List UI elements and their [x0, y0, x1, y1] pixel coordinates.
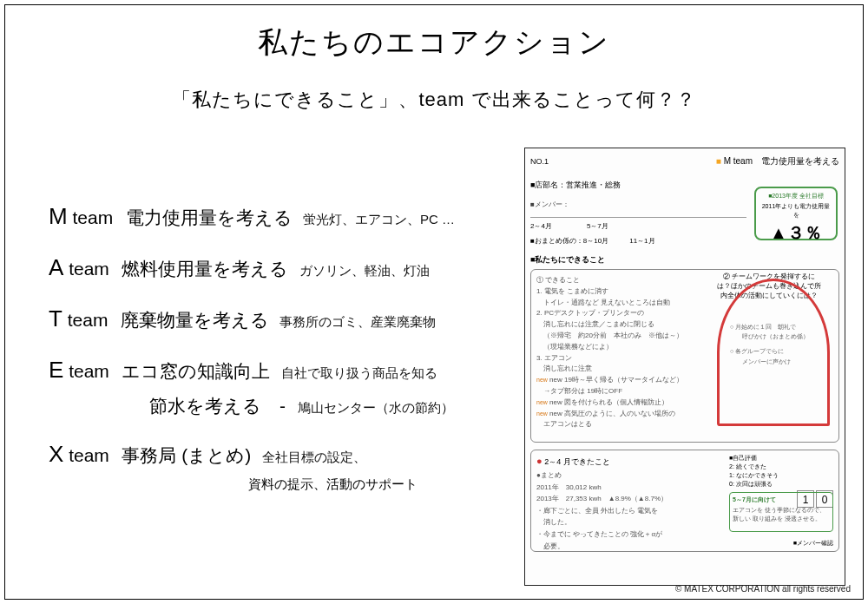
- team-topic: 燃料使用量を考える: [122, 259, 288, 279]
- teams-list: M team 電力使用量を考える 蛍光灯、エアコン、PC … A team 燃料…: [49, 200, 524, 586]
- team-extra: 節水を考える - 鳩山センター（水の節約）: [149, 392, 524, 420]
- worksheet-image: NO.1 ■ M team 電力使用量を考える ■店部名：営業推進・総務 ■20…: [524, 148, 845, 586]
- copyright: © MATEX CORPORATION all rights reserved: [675, 584, 851, 594]
- team-row-t: T team 廃棄物量を考える 事務所のゴミ、産業廃棄物: [49, 302, 524, 336]
- ws-dept: ■店部名：営業推進・総務: [530, 180, 621, 191]
- team-topic: 廃棄物量を考える: [121, 310, 269, 330]
- team-label: A team: [49, 259, 109, 279]
- slide: 私たちのエコアクション 「私たちにできること」、team で出来ることって何？？…: [4, 4, 864, 600]
- ws-member-sig: ■メンバー確認: [793, 539, 833, 548]
- ws-left-col: ① できること 1. 電気を こまめに消す トイレ・通路など 見えないところは自…: [536, 275, 708, 430]
- ws-bottom-box: ● 2～4 月できたこと ●まとめ 2011年 30,012 kwh 2013年…: [530, 450, 839, 552]
- ws-team-badge: ■ M team 電力使用量を考える: [716, 155, 839, 167]
- team-detail: 蛍光灯、エアコン、PC …: [303, 212, 455, 226]
- team-extra-sub: 資料の提示、活動のサポート: [248, 475, 524, 495]
- team-topic: エコ窓の知識向上: [122, 361, 270, 381]
- ws-circle-notes: ○ 月始めに１回 朝礼で 呼びかけ（おまとめ係） ○ 各グループでらに メンバー…: [730, 322, 812, 366]
- team-label: X team: [49, 445, 109, 465]
- team-label: M team: [49, 207, 113, 227]
- team-row-x: X team 事務局 (まとめ) 全社目標の設定、 資料の提示、活動のサポート: [49, 437, 524, 495]
- team-row-a: A team 燃料使用量を考える ガソリン、軽油、灯油: [49, 251, 524, 285]
- ws-bottom-left: ●まとめ 2011年 30,012 kwh 2013年 27,353 kwh ▲…: [536, 469, 720, 552]
- team-row-e: E team エコ窓の知識向上 自社で取り扱う商品を知る 節水を考える - 鳩山…: [49, 353, 524, 420]
- ws-goal-box: ■2013年度 全社目標 2011年よりも電力使用量を ▲３％: [754, 187, 838, 240]
- team-topic: 事務局 (まとめ): [122, 445, 251, 465]
- ws-next-box: 5～7月に向けて エアコンを 使う季節になるので、新しい 取り組みを 浸透させる…: [729, 492, 833, 532]
- ws-no: NO.1: [530, 157, 549, 166]
- team-label: E team: [49, 361, 109, 381]
- page-subtitle: 「私たちにできること」、team で出来ることって何？？: [5, 87, 863, 113]
- page-title: 私たちのエコアクション: [5, 23, 863, 62]
- ws-section1-label: ■私たちにできること: [530, 254, 839, 266]
- ws-main-box: ② チームワークを発揮するには？ほかのチームも巻き込んで所内全体の活動にしていく…: [530, 269, 839, 443]
- team-detail: ガソリン、軽油、灯油: [299, 263, 430, 278]
- team-topic: 電力使用量を考える: [126, 207, 293, 227]
- team-detail: 全社目標の設定、: [262, 450, 366, 464]
- team-detail: 自社で取り扱う商品を知る: [281, 365, 437, 380]
- team-detail: 事務所のゴミ、産業廃棄物: [279, 314, 436, 329]
- content-area: M team 電力使用量を考える 蛍光灯、エアコン、PC … A team 燃料…: [5, 148, 863, 586]
- team-label: T team: [49, 310, 108, 330]
- team-row-m: M team 電力使用量を考える 蛍光灯、エアコン、PC …: [49, 200, 524, 233]
